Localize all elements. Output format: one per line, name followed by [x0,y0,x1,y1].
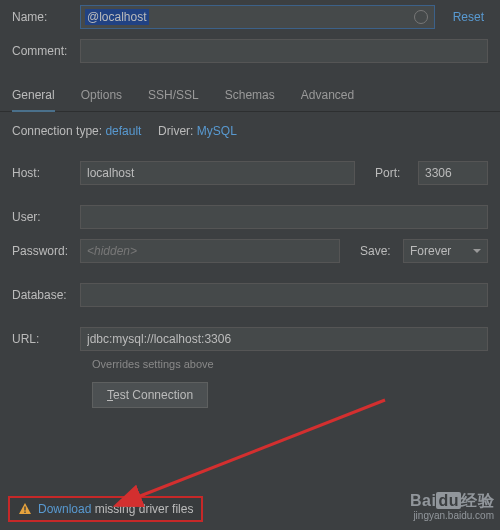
name-label: Name: [12,10,72,24]
missing-driver-banner: Download missing driver files [8,496,203,522]
reset-link[interactable]: Reset [453,10,484,24]
warning-icon [18,502,32,516]
tab-ssh-ssl[interactable]: SSH/SSL [148,82,199,112]
tab-general[interactable]: General [12,82,55,112]
url-input[interactable] [80,327,488,351]
svg-rect-1 [24,507,25,511]
test-connection-button[interactable]: Test Connection [92,382,208,408]
save-label: Save: [360,244,395,258]
url-label: URL: [12,332,72,346]
svg-rect-2 [24,512,25,513]
svg-line-4 [135,400,385,498]
password-input[interactable] [80,239,340,263]
port-input[interactable] [418,161,488,185]
connection-info: Connection type: default Driver: MySQL [0,112,500,156]
save-select[interactable]: Forever [403,239,488,263]
tab-advanced[interactable]: Advanced [301,82,354,112]
name-value: @localhost [85,9,149,25]
history-icon[interactable] [414,10,428,24]
url-hint: Overrides settings above [80,358,500,378]
database-input[interactable] [80,283,488,307]
tab-schemas[interactable]: Schemas [225,82,275,112]
user-input[interactable] [80,205,488,229]
save-value: Forever [410,244,451,258]
chevron-down-icon [473,249,481,253]
watermark: Baidu经验 jingyan.baidu.com [410,491,494,522]
name-input[interactable]: @localhost [80,5,435,29]
missing-text: missing driver files [91,502,193,516]
host-input[interactable] [80,161,355,185]
password-label: Password: [12,244,72,258]
host-label: Host: [12,166,72,180]
download-link[interactable]: Download [38,502,91,516]
connection-type-link[interactable]: default [105,124,141,138]
comment-input[interactable] [80,39,488,63]
tabs: General Options SSH/SSL Schemas Advanced [0,82,500,112]
user-label: User: [12,210,72,224]
database-label: Database: [12,288,72,302]
tab-options[interactable]: Options [81,82,122,112]
comment-label: Comment: [12,44,72,58]
driver-link[interactable]: MySQL [197,124,237,138]
port-label: Port: [375,166,410,180]
